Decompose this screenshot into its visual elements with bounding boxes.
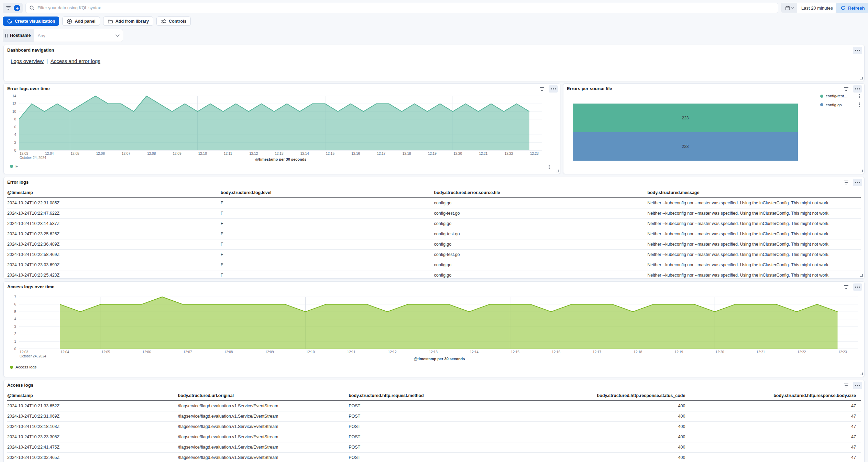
panel-filter-icon[interactable] — [539, 86, 545, 92]
table-row[interactable]: 2024-10-24T10:23:02.465Z/flagservice/fla… — [7, 452, 861, 462]
column-header[interactable]: body.structured.http.response.body.size — [690, 390, 861, 401]
refresh-button[interactable]: Refresh — [836, 3, 868, 13]
column-header[interactable]: @timestamp — [7, 187, 221, 198]
panel-filter-icon[interactable] — [843, 180, 849, 185]
chart-legend[interactable]: F — [10, 164, 18, 168]
hostname-control-caret[interactable] — [112, 29, 123, 42]
link-access-and-error-logs[interactable]: Access and error logs — [51, 58, 100, 64]
panel-title[interactable]: Access logs — [7, 383, 33, 388]
query-bar: + Last 20 minutes — [0, 0, 868, 16]
bar-config-test.go[interactable]: 223 — [573, 104, 798, 132]
legend-menu-icon[interactable] — [858, 93, 861, 99]
panel-title[interactable]: Errors per source file — [567, 86, 612, 91]
panel-options-icon[interactable] — [853, 179, 862, 186]
plus-circle-icon — [67, 19, 72, 24]
chart-legend[interactable]: Access logs — [10, 365, 36, 369]
table-row[interactable]: 2024-10-24T10:23:14.537ZFconfig.goNeithe… — [7, 218, 861, 229]
legend-menu-icon[interactable] — [858, 102, 861, 107]
table-row[interactable]: 2024-10-24T10:23:18.103Z/flagservice/fla… — [7, 421, 861, 432]
table-cell: Neither --kubeconfig nor --master was sp… — [647, 229, 861, 239]
panel-title[interactable]: Dashboard navigation — [7, 47, 54, 53]
x-tick-label: 12:16 — [552, 350, 560, 354]
drag-handle-icon[interactable] — [3, 29, 9, 42]
panel-resize-handle[interactable] — [860, 77, 863, 79]
panel-title[interactable]: Error logs — [7, 180, 29, 185]
table-cell: POST — [349, 442, 519, 452]
x-tick-label: 12:20 — [453, 152, 462, 155]
table-row[interactable]: 2024-10-24T10:21:33.652Z/flagservice/fla… — [7, 401, 861, 411]
panel-options-icon[interactable] — [853, 47, 862, 54]
column-header[interactable]: @timestamp — [7, 390, 178, 401]
add-from-library-label: Add from library — [116, 19, 149, 24]
time-picker: Last 20 minutes — [781, 3, 837, 13]
access-logs-table: @timestampbody.structured.url.originalbo… — [7, 390, 861, 462]
controls-button[interactable]: Controls — [156, 17, 191, 26]
table-row[interactable]: 2024-10-24T10:22:58.469ZFconfig-test.goN… — [7, 249, 861, 260]
table-row[interactable]: 2024-10-24T10:22:31.085ZFconfig.goNeithe… — [7, 198, 861, 208]
table-row[interactable]: 2024-10-24T10:22:47.622ZFconfig-test.goN… — [7, 208, 861, 218]
x-tick-label: 12:19 — [674, 350, 683, 354]
access-logs-area-chart[interactable]: 0123456712:0312:0412:0512:0612:0712:0812… — [4, 294, 864, 363]
table-cell: 2024-10-24T10:23:03.690Z — [7, 260, 221, 270]
calendar-dropdown-button[interactable] — [781, 3, 797, 13]
panel-options-icon[interactable] — [853, 85, 862, 93]
kql-query-input[interactable] — [37, 6, 774, 10]
table-row[interactable]: 2024-10-24T10:22:36.489ZFconfig.goNeithe… — [7, 239, 861, 249]
hostname-control-value[interactable]: Any — [34, 29, 112, 42]
y-tick-label: 0 — [14, 149, 16, 152]
panel-options-icon[interactable] — [853, 283, 862, 291]
y-tick-label: 8 — [14, 117, 16, 121]
column-header[interactable]: body.structured.error.source.file — [434, 187, 648, 198]
column-header[interactable]: body.structured.log.level — [221, 187, 434, 198]
table-row[interactable]: 2024-10-24T10:23:25.625ZFconfig-test.goN… — [7, 229, 861, 239]
panel-options-icon[interactable] — [853, 382, 862, 389]
y-tick-label: 2 — [14, 332, 16, 336]
x-tick-label: 12:08 — [147, 152, 156, 155]
panel-filter-icon[interactable] — [843, 284, 849, 290]
table-cell: Neither --kubeconfig nor --master was sp… — [647, 249, 861, 260]
panel-title[interactable]: Access logs over time — [7, 284, 54, 289]
chevron-down-icon — [116, 33, 119, 36]
legend-item[interactable]: config-test.... — [820, 93, 861, 99]
table-cell: Neither --kubeconfig nor --master was sp… — [647, 239, 861, 249]
add-from-library-button[interactable]: Add from library — [103, 17, 153, 26]
table-row[interactable]: 2024-10-24T10:23:03.690ZFconfig.goNeithe… — [7, 260, 861, 270]
table-cell: 2024-10-24T10:22:58.469Z — [7, 249, 221, 260]
panel-resize-handle[interactable] — [860, 373, 863, 375]
panel-resize-handle[interactable] — [556, 170, 559, 172]
panel-resize-handle[interactable] — [860, 274, 863, 277]
panel-resize-handle[interactable] — [860, 170, 863, 172]
column-header[interactable]: body.structured.http.request.method — [349, 390, 519, 401]
panel-filter-icon[interactable] — [843, 383, 849, 388]
create-visualization-button[interactable]: Create visualization — [3, 17, 59, 26]
panel-filter-icon[interactable] — [843, 86, 849, 92]
x-tick-label: 12:11 — [347, 350, 356, 354]
column-header[interactable]: body.structured.message — [647, 187, 861, 198]
panel-title[interactable]: Error logs over time — [7, 86, 50, 91]
x-tick-label: 12:10 — [306, 350, 315, 354]
legend-label: config.go — [826, 103, 856, 107]
error-logs-area-chart[interactable]: 0246810121412:0312:0412:0512:0612:0712:0… — [4, 93, 560, 161]
table-cell: 47 — [690, 411, 861, 421]
legend-menu-icon[interactable] — [548, 164, 550, 170]
table-cell: 400 — [519, 442, 690, 452]
bar-config.go[interactable]: 223 — [573, 132, 798, 161]
query-filter-icon[interactable] — [5, 5, 12, 11]
link-logs-overview[interactable]: Logs overview — [11, 58, 44, 64]
table-row[interactable]: 2024-10-24T10:23:23.305Z/flagservice/fla… — [7, 432, 861, 442]
table-row[interactable]: 2024-10-24T10:23:25.423ZFconfig.goNeithe… — [7, 270, 861, 279]
time-range-value[interactable]: Last 20 minutes — [797, 3, 837, 13]
x-tick-label: 12:04 — [61, 350, 69, 354]
table-cell: 400 — [519, 432, 690, 442]
table-row[interactable]: 2024-10-24T10:22:41.475Z/flagservice/fla… — [7, 442, 861, 452]
link-separator: | — [46, 58, 48, 64]
column-header[interactable]: body.structured.http.response.status_cod… — [519, 390, 690, 401]
x-axis-title: @timestamp per 30 seconds — [19, 357, 860, 361]
add-filter-button[interactable]: + — [14, 5, 20, 11]
table-cell: 47 — [690, 452, 861, 462]
column-header[interactable]: body.structured.url.original — [178, 390, 349, 401]
add-panel-button[interactable]: Add panel — [62, 17, 100, 26]
table-row[interactable]: 2024-10-24T10:22:31.069Z/flagservice/fla… — [7, 411, 861, 421]
legend-item[interactable]: config.go — [820, 102, 861, 107]
panel-options-icon[interactable] — [549, 85, 558, 93]
